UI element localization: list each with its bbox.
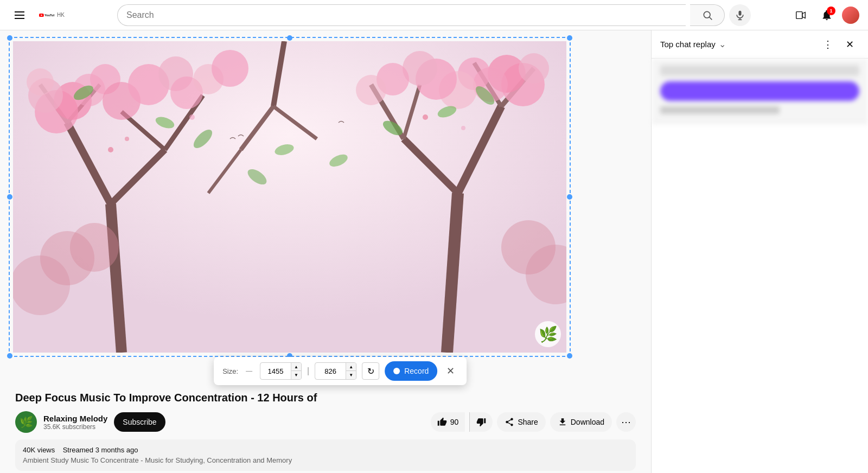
- record-dot: [393, 368, 400, 374]
- chat-more-button[interactable]: ⋮: [818, 35, 838, 54]
- handle-top-right[interactable]: [567, 35, 572, 41]
- menu-button[interactable]: [9, 4, 30, 26]
- share-button[interactable]: Share: [497, 412, 545, 432]
- height-input-group: ▲ ▼: [315, 362, 356, 380]
- chat-header-right: ⋮ ✕: [818, 35, 859, 54]
- channel-watermark[interactable]: 🌿: [535, 321, 561, 347]
- blossom-svg: [13, 41, 566, 353]
- thumbs-up-icon: [437, 417, 447, 427]
- video-description: Ambient Study Music To Concentrate - Mus…: [23, 456, 628, 464]
- video-info: Deep Focus Music To Improve Concentratio…: [13, 391, 638, 471]
- channel-name[interactable]: Relaxing Melody: [43, 414, 107, 423]
- video-wrapper: 🌿 Size: ▲ ▼ | ▲: [13, 41, 566, 353]
- search-button[interactable]: [690, 4, 725, 26]
- record-toolbar: Size: ▲ ▼ | ▲ ▼: [214, 357, 467, 385]
- video-meta-row: 🌿 Relaxing Melody 35.6K subscribers Subs…: [15, 411, 636, 433]
- height-down-button[interactable]: ▼: [346, 371, 356, 379]
- svg-point-51: [356, 75, 386, 105]
- stream-date: Streamed 3 months ago: [63, 446, 138, 454]
- handle-right-center[interactable]: [567, 194, 572, 200]
- chat-chevron-icon: ⌄: [719, 39, 726, 49]
- video-stats: 40K views Streamed 3 months ago Ambient …: [15, 439, 636, 471]
- header-left: YouTube HK: [9, 4, 117, 26]
- mic-button[interactable]: [729, 4, 751, 26]
- video-section: 🌿 Size: ▲ ▼ | ▲: [0, 30, 651, 473]
- refresh-icon: ↻: [367, 366, 374, 376]
- video-title: Deep Focus Music To Improve Concentratio…: [15, 391, 636, 405]
- more-icon: ⋯: [621, 416, 631, 428]
- like-button[interactable]: 90: [431, 412, 465, 432]
- view-count: 40K views: [23, 446, 55, 454]
- blurred-bar-1: [660, 65, 859, 76]
- create-button[interactable]: [790, 4, 812, 26]
- dimension-separator: |: [307, 366, 309, 376]
- svg-point-3: [704, 11, 710, 18]
- channel-avatar[interactable]: 🌿: [15, 411, 37, 433]
- blurred-text: [660, 106, 780, 114]
- country-code: HK: [57, 12, 65, 18]
- handle-bottom-right[interactable]: [567, 353, 572, 359]
- video-player[interactable]: 🌿: [13, 41, 566, 353]
- svg-rect-5: [739, 10, 742, 15]
- svg-point-35: [27, 68, 54, 95]
- svg-rect-8: [796, 11, 802, 18]
- svg-marker-9: [802, 12, 806, 18]
- width-input[interactable]: [260, 365, 291, 378]
- share-icon: [505, 417, 514, 427]
- height-up-button[interactable]: ▲: [346, 363, 356, 371]
- dislike-button[interactable]: [469, 412, 493, 432]
- header-center: [117, 4, 751, 26]
- hamburger-line: [15, 15, 24, 16]
- svg-point-67: [125, 137, 129, 141]
- width-input-group: ▲ ▼: [260, 362, 302, 380]
- svg-point-69: [423, 114, 428, 120]
- handle-bottom-left[interactable]: [7, 353, 12, 359]
- youtube-logo[interactable]: YouTube HK: [39, 10, 65, 21]
- download-icon: [558, 417, 567, 427]
- width-spinners: ▲ ▼: [291, 363, 301, 379]
- like-count: 90: [450, 418, 459, 426]
- svg-point-53: [13, 255, 70, 315]
- main-layout: 🌿 Size: ▲ ▼ | ▲: [0, 30, 868, 473]
- close-toolbar-button[interactable]: ✕: [443, 363, 458, 379]
- hamburger-line: [15, 18, 24, 19]
- create-icon: [795, 9, 807, 21]
- channel-text: Relaxing Melody 35.6K subscribers: [43, 414, 107, 431]
- avatar-button[interactable]: [842, 7, 859, 24]
- record-button[interactable]: Record: [385, 361, 437, 381]
- search-input[interactable]: [117, 4, 686, 26]
- chat-title: Top chat replay: [660, 40, 716, 49]
- hamburger-line: [15, 11, 24, 12]
- notification-badge: 1: [827, 7, 835, 15]
- svg-point-68: [189, 114, 195, 120]
- chat-header-left[interactable]: Top chat replay ⌄: [660, 39, 726, 49]
- more-button[interactable]: ⋯: [616, 412, 636, 432]
- svg-line-4: [709, 17, 712, 20]
- notifications-button[interactable]: 1: [816, 4, 838, 26]
- blurred-subscribe-area: [660, 81, 859, 101]
- handle-top-center[interactable]: [287, 35, 292, 41]
- svg-point-70: [461, 126, 465, 130]
- action-buttons: 90 Share: [431, 412, 636, 432]
- chat-close-button[interactable]: ✕: [840, 35, 859, 54]
- chat-top-blurred: [652, 59, 868, 124]
- handle-top-left[interactable]: [7, 35, 12, 41]
- channel-info: 🌿 Relaxing Melody 35.6K subscribers Subs…: [15, 411, 165, 433]
- download-button[interactable]: Download: [550, 412, 612, 432]
- download-label: Download: [571, 418, 604, 426]
- subscribe-button[interactable]: Subscribe: [114, 412, 165, 432]
- handle-left-center[interactable]: [7, 194, 12, 200]
- youtube-icon: YouTube: [39, 10, 54, 21]
- svg-point-41: [212, 50, 248, 87]
- size-divider: [246, 371, 252, 372]
- record-label: Record: [404, 367, 429, 375]
- size-label: Size:: [222, 367, 238, 375]
- width-up-button[interactable]: ▲: [291, 363, 301, 371]
- svg-point-66: [108, 147, 113, 152]
- width-down-button[interactable]: ▼: [291, 371, 301, 379]
- svg-text:YouTube: YouTube: [44, 13, 54, 16]
- channel-subs: 35.6K subscribers: [43, 423, 107, 431]
- height-input[interactable]: [315, 365, 346, 378]
- refresh-button[interactable]: ↻: [362, 362, 379, 380]
- share-label: Share: [518, 418, 538, 426]
